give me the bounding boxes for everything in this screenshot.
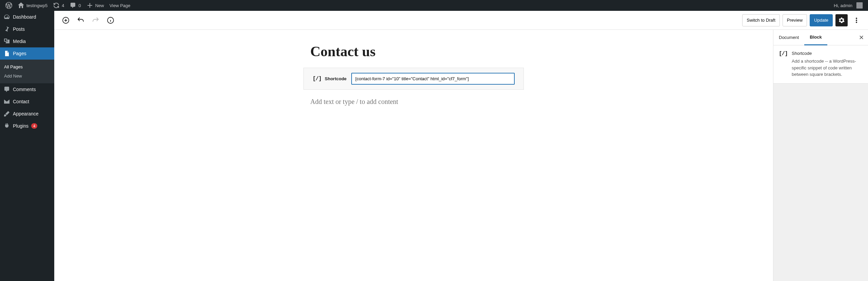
tab-document[interactable]: Document: [773, 30, 804, 45]
comments-link[interactable]: 0: [67, 0, 83, 11]
plug-icon: [3, 123, 10, 129]
plugins-badge: 4: [31, 123, 37, 129]
undo-icon: [77, 16, 85, 24]
editor: Switch to Draft Preview Update Contact u…: [54, 11, 868, 281]
sidebar-item-pages[interactable]: Pages: [0, 47, 54, 60]
content-info-button[interactable]: [104, 14, 117, 26]
plus-circle-icon: [62, 16, 70, 24]
new-label: New: [95, 3, 104, 8]
sidebar-item-plugins[interactable]: Plugins 4: [0, 120, 54, 132]
sidebar-item-comments[interactable]: Comments: [0, 83, 54, 95]
add-block-button[interactable]: [60, 14, 72, 26]
close-icon: ✕: [859, 34, 864, 41]
update-button[interactable]: Update: [810, 14, 833, 26]
wordpress-icon: [5, 2, 12, 9]
shortcode-input[interactable]: [351, 73, 515, 85]
admin-sidebar: Dashboard Posts Media Pages All Pages Ad…: [0, 11, 54, 281]
sidebar-item-dashboard[interactable]: Dashboard: [0, 11, 54, 23]
comment-icon: [70, 2, 76, 9]
shortcode-block[interactable]: [/] Shortcode: [303, 68, 524, 90]
wp-logo[interactable]: [3, 0, 15, 11]
sidebar-item-label: Comments: [13, 87, 36, 92]
shortcode-icon: [/]: [313, 76, 321, 82]
tab-block[interactable]: Block: [804, 30, 827, 45]
kebab-icon: [853, 17, 860, 24]
paragraph-placeholder[interactable]: Add text or type / to add content: [310, 98, 517, 106]
redo-icon: [92, 16, 100, 24]
pin-icon: [3, 26, 10, 33]
svg-point-4: [856, 22, 857, 23]
block-inspector-card: [/] Shortcode Add a shortcode -- a WordP…: [773, 45, 868, 84]
media-icon: [3, 38, 10, 45]
admin-bar: testingwp5 4 0 New View Page Hi, admin: [0, 0, 868, 11]
sidebar-item-label: Appearance: [13, 111, 39, 116]
site-name-label: testingwp5: [26, 3, 47, 8]
sidebar-item-label: Plugins: [13, 123, 28, 129]
comments-count: 0: [78, 3, 81, 8]
block-inspector-description: Add a shortcode -- a WordPress-specific …: [792, 58, 863, 78]
more-options-button[interactable]: [850, 14, 863, 26]
submenu-add-new[interactable]: Add New: [0, 71, 54, 81]
preview-button[interactable]: Preview: [783, 14, 807, 26]
updates-link[interactable]: 4: [50, 0, 67, 11]
dashboard-icon: [3, 14, 10, 20]
close-settings-button[interactable]: ✕: [854, 31, 868, 44]
account-link[interactable]: Hi, admin: [831, 0, 865, 11]
plus-icon: [86, 2, 93, 9]
page-title[interactable]: Contact us: [310, 43, 517, 60]
sidebar-item-posts[interactable]: Posts: [0, 23, 54, 35]
shortcode-icon: [/]: [779, 51, 787, 78]
home-icon: [18, 2, 24, 9]
comment-icon: [3, 86, 10, 93]
sidebar-item-appearance[interactable]: Appearance: [0, 108, 54, 120]
sidebar-item-label: Contact: [13, 99, 29, 104]
site-name-link[interactable]: testingwp5: [15, 0, 50, 11]
undo-button[interactable]: [75, 14, 87, 26]
settings-panel: Document Block ✕ [/] Shortcode Add a sho…: [773, 30, 868, 281]
shortcode-label-text: Shortcode: [325, 76, 347, 81]
updates-count: 4: [62, 3, 64, 8]
sidebar-item-label: Posts: [13, 26, 25, 32]
pages-submenu: All Pages Add New: [0, 60, 54, 83]
editor-canvas[interactable]: Contact us [/] Shortcode Add text or typ…: [54, 30, 773, 281]
settings-toggle-button[interactable]: [835, 14, 848, 26]
avatar: [856, 2, 863, 8]
block-inspector-title: Shortcode: [792, 51, 863, 56]
gear-icon: [838, 17, 845, 24]
sidebar-item-media[interactable]: Media: [0, 35, 54, 47]
info-icon: [106, 16, 115, 24]
sidebar-item-contact[interactable]: Contact: [0, 95, 54, 108]
greeting-label: Hi, admin: [834, 3, 852, 8]
view-page-label: View Page: [110, 3, 131, 8]
refresh-icon: [53, 2, 60, 9]
switch-to-draft-button[interactable]: Switch to Draft: [742, 14, 780, 26]
pages-icon: [3, 50, 10, 57]
view-page-link[interactable]: View Page: [107, 0, 133, 11]
sidebar-item-label: Pages: [13, 51, 26, 56]
sidebar-item-label: Dashboard: [13, 14, 36, 20]
redo-button[interactable]: [90, 14, 102, 26]
brush-icon: [3, 110, 10, 117]
mail-icon: [3, 98, 10, 105]
submenu-all-pages[interactable]: All Pages: [0, 62, 54, 71]
shortcode-block-label: [/] Shortcode: [313, 76, 347, 82]
editor-toolbar: Switch to Draft Preview Update: [54, 11, 868, 30]
svg-point-2: [856, 18, 857, 19]
new-content-link[interactable]: New: [84, 0, 107, 11]
svg-point-3: [856, 20, 857, 21]
sidebar-item-label: Media: [13, 39, 26, 44]
